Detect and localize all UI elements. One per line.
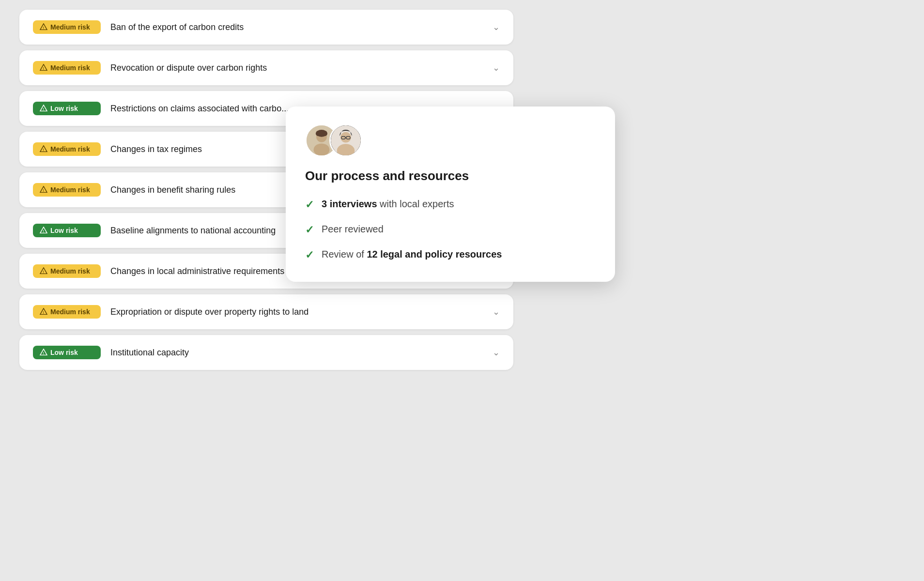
chevron-icon-2[interactable]: ⌄ xyxy=(493,62,500,73)
risk-badge-9: ! Low risk xyxy=(33,346,101,359)
svg-text:!: ! xyxy=(43,229,44,233)
svg-text:!: ! xyxy=(43,310,44,315)
avatar-group xyxy=(305,124,596,157)
svg-text:!: ! xyxy=(43,107,44,111)
risk-badge-6: ! Low risk xyxy=(33,224,101,237)
warning-icon-4: ! xyxy=(40,145,47,153)
svg-text:!: ! xyxy=(43,188,44,193)
svg-text:!: ! xyxy=(43,351,44,355)
warning-icon-5: ! xyxy=(40,186,47,194)
popup-checklist: ✓ 3 interviews with local experts ✓ Peer… xyxy=(305,197,596,262)
risk-item-1[interactable]: ! Medium risk Ban of the export of carbo… xyxy=(19,10,513,45)
warning-icon-8: ! xyxy=(40,308,47,316)
risk-title-8: Expropriation or dispute over property r… xyxy=(110,307,483,317)
risk-title-9: Institutional capacity xyxy=(110,348,483,358)
check-icon-1: ✓ xyxy=(305,198,314,213)
svg-rect-13 xyxy=(316,132,327,136)
popup-list-item-2: ✓ Peer reviewed xyxy=(305,222,596,238)
avatar-female xyxy=(329,124,362,157)
popup-list-item-1: ✓ 3 interviews with local experts xyxy=(305,197,596,213)
warning-icon-3: ! xyxy=(40,105,47,112)
chevron-icon-1[interactable]: ⌄ xyxy=(493,22,500,32)
risk-badge-3: ! Low risk xyxy=(33,102,101,115)
popup-list-item-3: ✓ Review of 12 legal and policy resource… xyxy=(305,247,596,263)
risk-title-1: Ban of the export of carbon credits xyxy=(110,22,483,32)
risk-badge-2: ! Medium risk xyxy=(33,61,101,75)
popup-card: Our process and resources ✓ 3 interviews… xyxy=(286,107,615,282)
risk-badge-8: ! Medium risk xyxy=(33,305,101,319)
risk-item-2[interactable]: ! Medium risk Revocation or dispute over… xyxy=(19,50,513,85)
warning-icon-7: ! xyxy=(40,267,47,275)
risk-badge-7: ! Medium risk xyxy=(33,264,101,278)
popup-list-text-2: Peer reviewed xyxy=(322,222,384,236)
risk-item-9[interactable]: ! Low risk Institutional capacity ⌄ xyxy=(19,335,513,370)
svg-text:!: ! xyxy=(43,148,44,152)
risk-title-2: Revocation or dispute over carbon rights xyxy=(110,63,483,73)
risk-item-8[interactable]: ! Medium risk Expropriation or dispute o… xyxy=(19,294,513,329)
svg-text:!: ! xyxy=(43,66,44,71)
chevron-icon-8[interactable]: ⌄ xyxy=(493,306,500,317)
risk-badge-5: ! Medium risk xyxy=(33,183,101,197)
warning-icon-2: ! xyxy=(40,64,47,72)
popup-list-text-1: 3 interviews with local experts xyxy=(322,197,454,211)
warning-icon-1: ! xyxy=(40,23,47,31)
check-icon-3: ✓ xyxy=(305,248,314,263)
popup-list-text-3: Review of 12 legal and policy resources xyxy=(322,247,502,261)
risk-badge-4: ! Medium risk xyxy=(33,142,101,156)
svg-text:!: ! xyxy=(43,270,44,274)
warning-icon-6: ! xyxy=(40,227,47,234)
warning-icon-9: ! xyxy=(40,349,47,356)
svg-point-11 xyxy=(314,143,330,156)
risk-badge-1: ! Medium risk xyxy=(33,20,101,34)
svg-point-15 xyxy=(340,132,351,143)
popup-heading: Our process and resources xyxy=(305,168,596,183)
chevron-icon-9[interactable]: ⌄ xyxy=(493,347,500,358)
svg-point-16 xyxy=(337,144,354,157)
check-icon-2: ✓ xyxy=(305,223,314,238)
svg-text:!: ! xyxy=(43,26,44,30)
